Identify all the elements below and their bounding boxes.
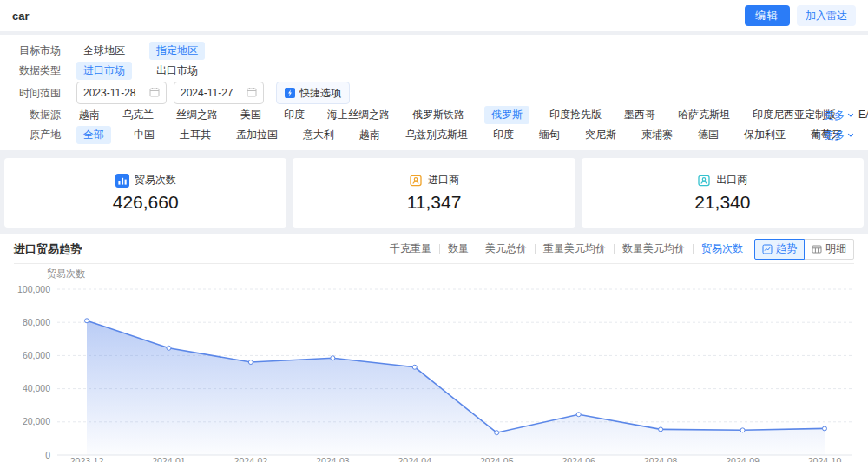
filter-option-target-market[interactable]: 指定地区: [149, 42, 205, 60]
filter-option-data-source[interactable]: 墨西哥: [621, 106, 658, 124]
stat-value: 21,340: [694, 192, 750, 213]
data-point[interactable]: [823, 426, 827, 431]
add-radar-button[interactable]: 加入雷达: [797, 5, 856, 26]
view-buttons: 趋势明细: [754, 239, 854, 260]
exporter-icon: [697, 174, 711, 188]
metric-tab[interactable]: 美元总价: [485, 241, 527, 256]
data-point[interactable]: [659, 427, 663, 432]
filter-option-data-source[interactable]: 丝绸之路: [174, 106, 220, 124]
filter-option-origin[interactable]: 德国: [695, 126, 721, 144]
view-button-trend[interactable]: 趋势: [754, 239, 805, 260]
metric-tab[interactable]: 数量美元均价: [622, 241, 685, 256]
filter-label: 原产地: [12, 128, 61, 142]
filter-option-origin[interactable]: 保加利亚: [741, 126, 788, 144]
filter-options: 全部中国土耳其孟加拉国意大利越南乌兹别克斯坦印度缅甸突尼斯柬埔寨德国保加利亚葡萄…: [76, 126, 845, 144]
data-point[interactable]: [85, 319, 89, 323]
filter-option-origin[interactable]: 土耳其: [177, 126, 214, 144]
filter-row-time-range: 时间范围 2023-11-28 2024-11-27 快捷选项: [12, 82, 856, 104]
calendar-icon: [247, 87, 257, 100]
filter-option-data-type[interactable]: 进口市场: [76, 62, 132, 80]
x-tick-label: 2024-03: [316, 456, 350, 462]
filter-option-origin[interactable]: 印度: [490, 126, 516, 144]
filter-option-data-source[interactable]: 海上丝绸之路: [325, 106, 392, 124]
y-tick-label: 40,000: [23, 383, 50, 393]
filter-option-data-source[interactable]: 越南: [76, 106, 102, 124]
data-point[interactable]: [331, 356, 335, 360]
data-point[interactable]: [412, 365, 417, 369]
stat-card: 出口商21,340: [582, 158, 864, 228]
more-link-label: 更多: [824, 108, 845, 122]
topbar-actions: 编辑 加入雷达: [745, 5, 856, 26]
filter-option-data-source[interactable]: 哈萨克斯坦: [675, 106, 733, 124]
data-point[interactable]: [167, 346, 171, 350]
chart-header: 进口贸易趋势 千克重量数量美元总价重量美元均价数量美元均价贸易次数 趋势明细: [14, 234, 854, 264]
filter-options: 进口市场出口市场: [76, 62, 205, 80]
filter-option-origin[interactable]: 缅甸: [536, 126, 562, 144]
metric-tab[interactable]: 重量美元均价: [543, 241, 606, 256]
filter-option-data-source[interactable]: EAEU(哈萨克斯坦): [856, 106, 868, 124]
chevron-down-icon: [847, 112, 854, 119]
filter-label: 目标市场: [12, 43, 61, 58]
chevron-down-icon: [847, 132, 854, 139]
data-point[interactable]: [495, 431, 499, 435]
filter-label: 数据源: [12, 108, 61, 122]
filter-option-target-market[interactable]: 全球地区: [76, 42, 132, 60]
filter-option-origin[interactable]: 柬埔寨: [639, 126, 675, 144]
chart-panel: 进口贸易趋势 千克重量数量美元总价重量美元均价数量美元均价贸易次数 趋势明细 0…: [0, 234, 868, 462]
stat-label: 贸易次数: [135, 173, 176, 188]
filter-option-data-type[interactable]: 出口市场: [149, 62, 205, 80]
filter-option-origin[interactable]: 全部: [76, 126, 111, 144]
start-date-input[interactable]: 2023-11-28: [76, 82, 167, 104]
tab-divider: [693, 244, 694, 254]
metric-tab[interactable]: 数量: [448, 241, 469, 256]
filter-options: 越南乌克兰丝绸之路美国印度海上丝绸之路俄罗斯铁路俄罗斯印度抢先版墨西哥哈萨克斯坦…: [76, 106, 856, 124]
filter-option-data-source[interactable]: 乌克兰: [120, 106, 156, 124]
x-tick-label: 2024-04: [398, 456, 432, 462]
filter-option-data-source[interactable]: 印度: [281, 106, 307, 124]
bar-chart-icon: [115, 174, 129, 188]
filter-option-data-source[interactable]: 俄罗斯铁路: [410, 106, 467, 124]
quick-options-button[interactable]: 快捷选项: [276, 82, 350, 104]
trend-chart-svg: 020,00040,00060,00080,000100,000贸易次数2023…: [14, 266, 854, 462]
data-point[interactable]: [576, 412, 581, 417]
simple-filter-rows: 目标市场全球地区指定地区数据类型进口市场出口市场: [12, 42, 856, 80]
metric-tab[interactable]: 贸易次数: [701, 241, 743, 256]
trend-chart: 020,00040,00060,00080,000100,000贸易次数2023…: [14, 264, 854, 462]
view-button-label: 明细: [825, 241, 846, 256]
more-link[interactable]: 更多: [824, 108, 854, 122]
filter-option-data-source[interactable]: 美国: [238, 106, 264, 124]
x-tick-label: 2024-08: [644, 456, 678, 462]
filter-option-origin[interactable]: 突尼斯: [582, 126, 619, 144]
metric-tab[interactable]: 千克重量: [390, 241, 431, 256]
filter-option-data-source[interactable]: 俄罗斯: [484, 106, 529, 124]
stat-card-header: 出口商: [697, 173, 747, 188]
y-tick-label: 80,000: [23, 317, 50, 327]
view-button-detail[interactable]: 明细: [804, 239, 854, 260]
tab-divider: [535, 244, 536, 254]
start-date-value: 2023-11-28: [83, 87, 136, 99]
filter-option-origin[interactable]: 越南: [357, 126, 383, 144]
tab-divider: [439, 244, 440, 254]
data-point[interactable]: [248, 360, 253, 365]
x-tick-label: 2024-10: [808, 456, 842, 462]
filter-row-origin: 原产地全部中国土耳其孟加拉国意大利越南乌兹别克斯坦印度缅甸突尼斯柬埔寨德国保加利…: [12, 126, 856, 144]
x-tick-label: 2024-05: [480, 456, 514, 462]
filter-option-data-source[interactable]: 印度抢先版: [547, 106, 604, 124]
end-date-input[interactable]: 2024-11-27: [174, 82, 264, 104]
filter-option-origin[interactable]: 乌兹别克斯坦: [403, 126, 470, 144]
data-point[interactable]: [740, 428, 745, 432]
view-button-label: 趋势: [776, 241, 797, 256]
tab-divider: [614, 244, 615, 254]
stat-label: 进口商: [428, 173, 459, 188]
x-tick-label: 2024-06: [562, 456, 595, 462]
edit-button[interactable]: 编辑: [745, 5, 790, 26]
stat-card: 进口商11,347: [293, 158, 575, 228]
filter-option-origin[interactable]: 孟加拉国: [233, 126, 280, 144]
x-tick-label: 2024-01: [152, 456, 186, 462]
filter-row-data-type: 数据类型进口市场出口市场: [12, 62, 856, 80]
filter-option-origin[interactable]: 意大利: [300, 126, 337, 144]
more-link[interactable]: 更多: [824, 128, 854, 142]
filter-option-origin[interactable]: 中国: [131, 126, 157, 144]
more-link-label: 更多: [824, 128, 845, 142]
trend-icon: [762, 244, 773, 254]
